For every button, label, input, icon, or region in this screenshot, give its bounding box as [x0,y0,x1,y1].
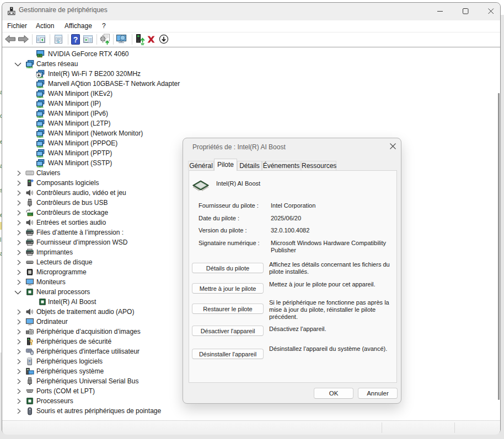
svg-text:?: ? [73,35,78,44]
